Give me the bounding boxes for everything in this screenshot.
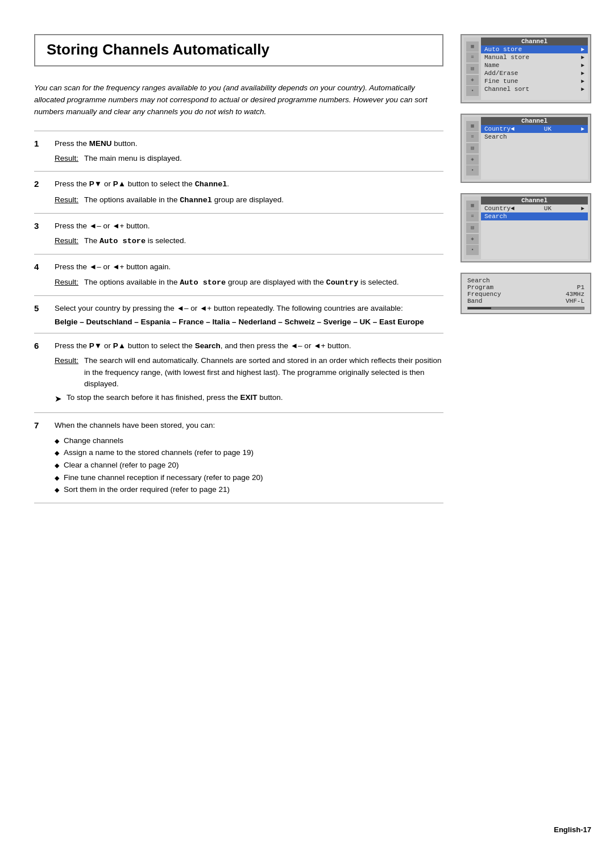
step-6-result-text: The search will end automatically. Chann… (84, 355, 443, 390)
tv-icon-3d: ◈ (466, 234, 479, 244)
tv-icon-3a: ▦ (466, 201, 479, 211)
tv-menu-item-name: Name ► (481, 61, 588, 69)
tv-icon-2d: ◈ (466, 155, 479, 165)
tv-menu-2: Channel Country◄ UK ► Search (481, 117, 588, 180)
step-2-result: Result: The options available in the Cha… (55, 194, 443, 206)
sidebar: ▦ ≡ ▤ ◈ ▪ Channel Auto store ► Manual st… (460, 34, 591, 834)
tv-icon-3e: ▪ (466, 245, 479, 255)
search-row-frequency: Frequency 43MHz (467, 291, 584, 298)
step-6: 6 Press the P▼ or P▲ button to select th… (34, 333, 443, 413)
search-row-value-program: P1 (577, 284, 584, 291)
country-value-2: UK (544, 126, 551, 132)
search-row-value-band: VHF-L (566, 298, 584, 304)
search-progress-box: Search Program P1 Frequency 43MHz Band V… (460, 273, 591, 314)
sidebar-menu-1: ▦ ≡ ▤ ◈ ▪ Channel Auto store ► Manual st… (460, 34, 591, 103)
search-row-value-frequency: 43MHz (566, 291, 584, 298)
auto-store-arrow: ► (581, 47, 584, 53)
step-3: 3 Press the ◄– or ◄+ button. Result: The… (34, 214, 443, 255)
step-7-bullets: Change channels Assign a name to the sto… (55, 435, 443, 496)
search-row-label-band: Band (467, 298, 482, 304)
step-7: 7 When the channels have been stored, yo… (34, 413, 443, 503)
tv-icon-1a: ▦ (466, 41, 479, 52)
step-2-number: 2 (34, 178, 47, 206)
tv-menu-3-search: Search (481, 212, 588, 220)
country-arrow-3: ► (581, 206, 584, 212)
step-7-instruction: When the channels have been stored, you … (55, 420, 443, 431)
manual-store-label: Manual store (484, 54, 529, 61)
page-number: English-17 (460, 825, 591, 834)
bullet-2: Assign a name to the stored channels (re… (55, 446, 443, 459)
step-4: 4 Press the ◄– or ◄+ button again. Resul… (34, 254, 443, 296)
name-arrow: ► (581, 62, 584, 69)
step-5: 5 Select your country by pressing the ◄–… (34, 296, 443, 333)
fine-tune-label: Fine tune (484, 78, 518, 85)
step-1-number: 1 (34, 138, 47, 165)
tv-icon-3c: ▤ (466, 223, 479, 233)
tv-icon-2b: ≡ (466, 132, 479, 142)
step-2-instruction: Press the P▼ or P▲ button to select the … (55, 178, 443, 190)
result-label-1: Result: (55, 153, 78, 164)
search-label-2: Search (484, 133, 507, 140)
step-2-body: Press the P▼ or P▲ button to select the … (55, 178, 443, 206)
step-4-number: 4 (34, 261, 47, 289)
tv-menu-2-country: Country◄ UK ► (481, 125, 588, 133)
step-4-instruction: Press the ◄– or ◄+ button again. (55, 261, 443, 273)
search-row-label-program: Program (467, 284, 493, 291)
country-value-3: UK (544, 205, 551, 212)
step-2-result-text: The options available in the Channel gro… (84, 194, 284, 206)
bullet-1: Change channels (55, 435, 443, 447)
add-erase-label: Add/Erase (484, 70, 518, 77)
sidebar-menu-3-inner: ▦ ≡ ▤ ◈ ▪ Channel Country◄ UK ► Search (464, 197, 588, 259)
result-label-4: Result: (55, 277, 78, 289)
sidebar-menu-2: ▦ ≡ ▤ ◈ ▪ Channel Country◄ UK ► Search (460, 114, 591, 183)
search-row-search: Search (467, 277, 584, 284)
tv-icon-1e: ▪ (466, 86, 479, 96)
tv-icon-1c: ▤ (466, 64, 479, 74)
step-7-number: 7 (34, 420, 47, 496)
step-6-note-text: To stop the search before it has finishe… (67, 392, 283, 403)
step-3-instruction: Press the ◄– or ◄+ button. (55, 220, 443, 232)
step-1: 1 Press the MENU button. Result: The mai… (34, 131, 443, 172)
tv-icon-3b: ≡ (466, 211, 479, 222)
tv-icon-1b: ≡ (466, 52, 479, 62)
step-4-body: Press the ◄– or ◄+ button again. Result:… (55, 261, 443, 289)
name-label: Name (484, 62, 499, 69)
search-row-label-frequency: Frequency (467, 291, 501, 298)
step-2: 2 Press the P▼ or P▲ button to select th… (34, 172, 443, 214)
main-content: Storing Channels Automatically You can s… (34, 34, 443, 834)
manual-store-arrow: ► (581, 55, 584, 61)
steps-container: 1 Press the MENU button. Result: The mai… (34, 131, 443, 503)
sidebar-menu-2-inner: ▦ ≡ ▤ ◈ ▪ Channel Country◄ UK ► Search (464, 117, 588, 180)
tv-icons-2: ▦ ≡ ▤ ◈ ▪ (464, 117, 481, 180)
add-erase-arrow: ► (581, 70, 584, 77)
step-5-countries: Belgie – Deutschland – Espania – France … (55, 318, 443, 326)
step-7-body: When the channels have been stored, you … (55, 420, 443, 496)
sidebar-menu-1-inner: ▦ ≡ ▤ ◈ ▪ Channel Auto store ► Manual st… (464, 37, 588, 100)
bullet-5: Sort them in the order required (refer t… (55, 483, 443, 496)
step-3-number: 3 (34, 220, 47, 248)
tv-menu-3: Channel Country◄ UK ► Search (481, 197, 588, 259)
tv-icon-2a: ▦ (466, 121, 479, 131)
tv-menu-2-title: Channel (481, 117, 588, 125)
step-5-instruction: Select your country by pressing the ◄– o… (55, 303, 443, 314)
tv-icon-1d: ◈ (466, 75, 479, 85)
tv-menu-1-title: Channel (481, 37, 588, 45)
tv-menu-item-channel-sort: Channel sort ► (481, 85, 588, 93)
channel-sort-arrow: ► (581, 86, 584, 93)
auto-store-label: Auto store (484, 46, 522, 53)
step-5-number: 5 (34, 303, 47, 326)
tv-menu-2-search: Search (481, 133, 588, 141)
tv-menu-3-country: Country◄ UK ► (481, 205, 588, 212)
step-3-result: Result: The Auto store is selected. (55, 235, 443, 247)
step-1-instruction: Press the MENU button. (55, 138, 443, 149)
bullet-3: Clear a channel (refer to page 20) (55, 459, 443, 471)
sidebar-bottom: English-17 (460, 324, 591, 834)
step-1-body: Press the MENU button. Result: The main … (55, 138, 443, 165)
step-3-result-text: The Auto store is selected. (84, 235, 186, 247)
search-row-program: Program P1 (467, 284, 584, 291)
title-box: Storing Channels Automatically (34, 34, 443, 66)
search-row-band: Band VHF-L (467, 298, 584, 304)
step-6-note: ➤ To stop the search before it has finis… (55, 392, 443, 406)
result-label-6: Result: (55, 355, 78, 390)
note-arrow-icon: ➤ (55, 393, 62, 406)
